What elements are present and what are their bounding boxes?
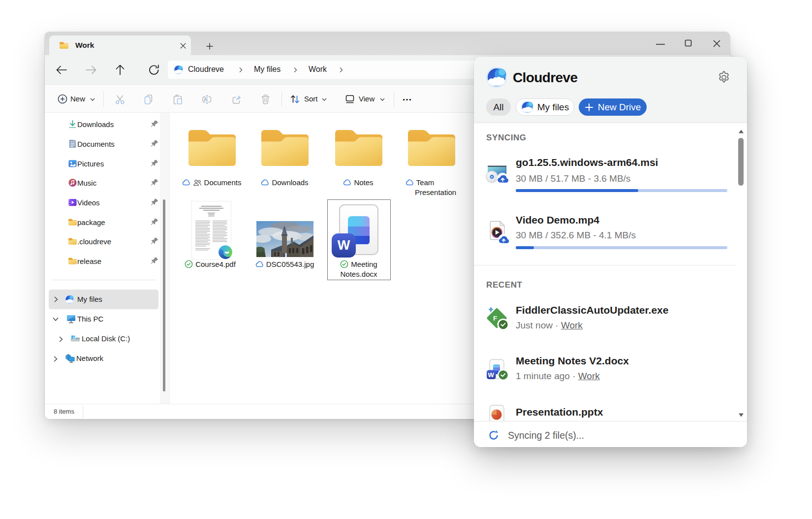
svg-text:F: F [493, 315, 497, 322]
svg-text:W: W [488, 371, 495, 379]
